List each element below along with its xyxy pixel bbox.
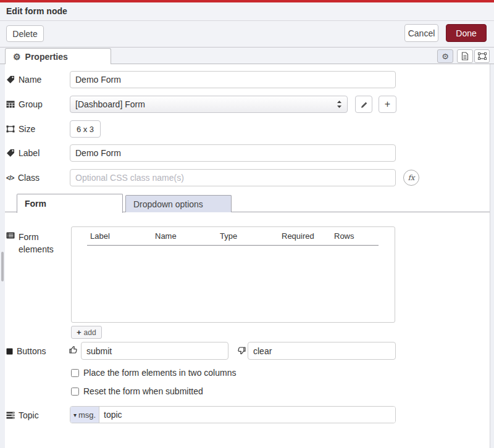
form-elements-header: Label Name Type Required Rows: [72, 227, 395, 245]
topic-typed-input: ▾ msg.: [70, 406, 396, 423]
buttons-field-label: Buttons: [6, 346, 68, 356]
thumbs-down-icon: [237, 346, 246, 355]
panel-right-edge: [490, 64, 494, 448]
name-field-label: Name: [6, 75, 68, 85]
select-arrows-icon: [337, 100, 342, 109]
tasks-icon: [6, 412, 15, 419]
description-button[interactable]: [457, 49, 473, 63]
tag-icon: [6, 75, 15, 84]
edit-form-node-dialog: Edit form node Delete Cancel Done ⚙ Prop…: [0, 0, 494, 448]
dialog-header: Edit form node: [0, 2, 494, 21]
editor-tab-row: ⚙ Properties ⚙: [0, 48, 494, 64]
topic-input[interactable]: [99, 407, 395, 423]
two-columns-checkbox[interactable]: [71, 369, 79, 377]
class-label-text: Class: [18, 173, 40, 183]
topic-type-selector[interactable]: ▾ msg.: [70, 407, 99, 423]
buttons-label-text: Buttons: [17, 346, 46, 356]
two-columns-checkbox-row: Place the form elements in two columns: [71, 368, 236, 378]
form-elements-label-line1: Form: [19, 232, 39, 242]
reset-form-checkbox-label: Reset the form when submitted: [83, 386, 203, 396]
pencil-icon: [360, 101, 368, 109]
tab-properties-label: Properties: [25, 52, 68, 62]
table-icon: [6, 101, 15, 108]
properties-gear-button[interactable]: ⚙: [437, 49, 453, 63]
done-button[interactable]: Done: [446, 24, 487, 42]
column-header: Type: [220, 231, 282, 241]
dialog-title: Edit form node: [6, 2, 67, 20]
object-group-icon: [478, 52, 487, 60]
gear-icon: ⚙: [13, 52, 21, 61]
two-columns-checkbox-label: Place the form elements in two columns: [83, 368, 236, 378]
group-select[interactable]: [Dashboard] Form: [70, 96, 348, 113]
cancel-button[interactable]: Cancel: [404, 24, 438, 42]
tab-form[interactable]: Form: [17, 194, 123, 213]
edit-group-button[interactable]: [355, 96, 372, 113]
submit-button-text-input[interactable]: [81, 342, 228, 360]
add-element-button[interactable]: + add: [71, 326, 102, 339]
class-input[interactable]: [70, 169, 396, 186]
label-label-text: Label: [19, 148, 40, 158]
column-header: Rows: [334, 231, 379, 241]
column-header: Required: [282, 231, 334, 241]
topic-field-label: Topic: [6, 410, 68, 420]
topic-type-label: msg.: [78, 410, 96, 420]
form-elements-list[interactable]: Label Name Type Required Rows: [71, 226, 395, 323]
code-icon: </>: [6, 175, 14, 181]
reset-form-checkbox[interactable]: [71, 388, 79, 396]
size-label-text: Size: [19, 124, 35, 134]
label-input[interactable]: [70, 144, 396, 162]
expression-fx-button[interactable]: fx: [403, 170, 419, 186]
topic-label-text: Topic: [19, 410, 39, 420]
name-label-text: Name: [19, 75, 41, 85]
label-field-label: Label: [6, 148, 68, 158]
name-input[interactable]: [70, 71, 396, 88]
tab-dropdown-options[interactable]: Dropdown options: [125, 195, 232, 212]
dialog-toolbar: Delete Cancel Done: [0, 21, 494, 48]
tag-icon: [6, 149, 15, 157]
group-label-text: Group: [19, 99, 43, 109]
thumbs-up-icon: [69, 345, 78, 355]
gear-icon: ⚙: [442, 52, 449, 60]
size-field-label: Size: [6, 124, 68, 134]
square-icon: [6, 348, 13, 355]
group-select-value: [Dashboard] Form: [75, 99, 145, 109]
group-field-label: Group: [6, 99, 68, 109]
clear-button-text-input[interactable]: [248, 342, 396, 360]
plus-icon: +: [385, 99, 390, 109]
column-header: Name: [155, 231, 220, 241]
tab-properties[interactable]: ⚙ Properties: [5, 48, 111, 64]
reset-form-checkbox-row: Reset the form when submitted: [71, 386, 203, 396]
plus-icon: +: [77, 328, 82, 336]
size-button[interactable]: 6 x 3: [70, 120, 101, 138]
column-header: Label: [90, 231, 155, 241]
form-elements-label-line2: elements: [19, 244, 54, 254]
form-elements-label: Form elements: [6, 231, 68, 255]
appearance-button[interactable]: [474, 49, 490, 63]
delete-button[interactable]: Delete: [6, 25, 44, 42]
scrollbar-thumb[interactable]: [1, 252, 4, 281]
add-group-button[interactable]: +: [379, 96, 396, 113]
caret-down-icon: ▾: [73, 412, 77, 418]
add-element-label: add: [84, 328, 96, 337]
list-alt-icon: [6, 232, 15, 239]
class-field-label: </> Class: [6, 173, 68, 183]
object-group-icon: [6, 125, 15, 133]
header-divider: [87, 245, 379, 246]
file-text-icon: [461, 52, 469, 60]
